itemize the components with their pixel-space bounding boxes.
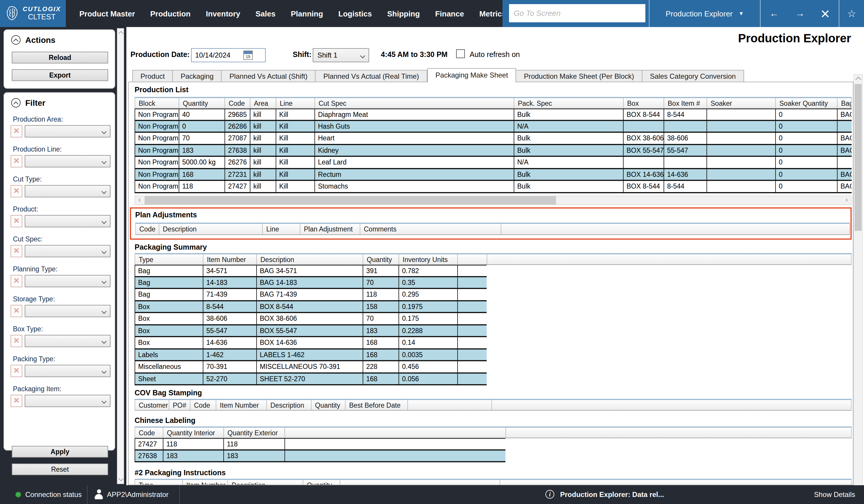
tab-planned-vs-actual-shift[interactable]: Planned Vs Actual (Shift) — [222, 70, 316, 82]
column-header-item-number[interactable]: Item Number — [216, 400, 267, 410]
menu-item-production[interactable]: Production — [143, 9, 198, 18]
filter-dropdown-cut-type[interactable] — [25, 185, 110, 197]
column-header-po[interactable]: PO# — [169, 400, 190, 410]
table-row[interactable]: Labels1-462LABELS 1-4621680.0035 — [135, 349, 487, 361]
column-header-quantity[interactable]: Quantity — [363, 254, 399, 265]
table-row[interactable]: Non Program7027087killKillHeartBulkBOX 3… — [135, 133, 852, 145]
vscrollbar-thumb[interactable] — [855, 84, 862, 231]
reset-button[interactable]: Reset — [12, 464, 108, 475]
production-list-hscrollbar[interactable]: ‹ › — [135, 196, 852, 205]
reload-button[interactable]: Reload — [12, 52, 108, 63]
column-header-description[interactable]: Description — [257, 254, 363, 265]
tab-product[interactable]: Product — [132, 70, 173, 82]
export-button[interactable]: Export — [12, 69, 108, 81]
column-header-code[interactable]: Code — [190, 400, 216, 410]
menu-item-shipping[interactable]: Shipping — [380, 9, 427, 18]
shift-dropdown[interactable]: Shift 1 — [313, 48, 369, 62]
column-header-quantity[interactable]: Quantity — [303, 480, 340, 485]
sidebar-scrollbar[interactable] — [117, 28, 124, 484]
calendar-icon[interactable]: 15 — [243, 50, 253, 60]
column-header-code[interactable]: Code — [225, 98, 250, 108]
menu-item-inventory[interactable]: Inventory — [199, 9, 248, 18]
column-header-soaker[interactable]: Soaker — [707, 98, 776, 108]
scroll-left-icon[interactable]: ‹ — [135, 196, 144, 205]
menu-item-planning[interactable]: Planning — [283, 9, 331, 18]
go-to-screen-input[interactable] — [509, 4, 645, 22]
table-row[interactable]: Non Program4029685killKillDiaphragm Meat… — [135, 109, 852, 121]
column-header-plan-adjustment[interactable]: Plan Adjustment — [300, 224, 360, 234]
collapse-filter-icon[interactable] — [11, 98, 21, 108]
production-list-grid[interactable]: BlockQuantityCodeAreaLineCut SpecPack. S… — [135, 97, 852, 193]
column-header-blank[interactable] — [458, 254, 487, 265]
clear-filter-button[interactable]: × — [11, 215, 22, 227]
collapse-actions-icon[interactable] — [11, 35, 21, 45]
cov-bag-stamping-grid[interactable]: CustomerPO#CodeItem NumberDescriptionQua… — [135, 399, 852, 410]
tab-packaging-make-sheet[interactable]: Packaging Make Sheet — [427, 68, 516, 82]
filter-dropdown-storage-type[interactable] — [25, 305, 110, 317]
show-details-link[interactable]: Show Details — [814, 491, 855, 499]
tab-sales-category-conversion[interactable]: Sales Category Conversion — [643, 70, 744, 82]
production-date-value[interactable] — [192, 51, 242, 59]
hscrollbar-thumb[interactable] — [145, 196, 556, 205]
clear-filter-button[interactable]: × — [11, 365, 22, 377]
packaging-summary-grid[interactable]: TypeItem NumberDescriptionQuantityInvent… — [135, 253, 852, 385]
table-row[interactable]: Box38-606BOX 38-606700.175 — [135, 313, 487, 325]
scroll-right-icon[interactable]: › — [842, 196, 851, 205]
column-header-blank[interactable] — [285, 428, 506, 438]
table-row[interactable]: Miscellaneous70-391MISCELLANEOUS 70-3912… — [135, 361, 487, 373]
menu-item-finance[interactable]: Finance — [428, 9, 472, 18]
tab-packaging[interactable]: Packaging — [173, 70, 222, 82]
plan-adjustments-grid[interactable]: CodeDescriptionLinePlan AdjustmentCommen… — [135, 223, 850, 235]
scroll-up-icon[interactable] — [855, 77, 861, 83]
column-header-customer[interactable]: Customer — [135, 400, 169, 410]
clear-filter-button[interactable]: × — [11, 335, 22, 347]
clear-filter-button[interactable]: × — [11, 275, 22, 287]
production-date-picker[interactable]: 15 — [191, 48, 266, 62]
filter-dropdown-production-line[interactable] — [25, 155, 110, 168]
column-header-item-number[interactable]: Item Number — [183, 480, 228, 485]
filter-dropdown-planning-type[interactable] — [25, 275, 110, 287]
table-row[interactable]: Non Program11827427killKillStomachsBulkB… — [135, 181, 852, 193]
column-header-comments[interactable]: Comments — [360, 224, 501, 234]
table-row[interactable]: Non Program5000.00 kg26276killKillLeaf L… — [135, 157, 852, 169]
column-header-line[interactable]: Line — [263, 224, 300, 234]
filter-dropdown-cut-spec[interactable] — [25, 245, 110, 257]
column-header-item-number[interactable]: Item Number — [203, 254, 257, 265]
back-arrow-button[interactable]: ← — [769, 8, 779, 19]
column-header-inventory-units[interactable]: Inventory Units — [399, 254, 458, 265]
table-row[interactable]: 27638183183 — [135, 450, 505, 462]
column-header-code[interactable]: Code — [136, 224, 159, 234]
table-row[interactable]: 27427118118 — [135, 438, 505, 450]
table-row[interactable]: Non Program18327638killKillKidneyBulkBOX… — [135, 145, 852, 157]
filter-dropdown-packaging-item[interactable] — [25, 395, 110, 407]
table-row[interactable]: Sheet52-270SHEET 52-2701680.056 — [135, 373, 487, 385]
column-header-code[interactable]: Code — [135, 428, 164, 438]
column-header-quantity[interactable]: Quantity — [179, 98, 225, 108]
table-row[interactable]: Non Program026286killKillHash GutsN/A0 — [135, 121, 852, 133]
chinese-labeling-grid[interactable]: CodeQuantity InteriorQuantity Exterior27… — [135, 427, 852, 462]
close-screen-button[interactable] — [821, 9, 829, 17]
favorite-star-button[interactable]: ☆ — [847, 7, 856, 20]
column-header-box[interactable]: Box — [624, 98, 664, 108]
table-row[interactable]: Bag34-571BAG 34-5713910.782 — [135, 265, 487, 277]
scroll-down-icon[interactable] — [118, 476, 123, 481]
filter-dropdown-box-type[interactable] — [25, 335, 110, 347]
table-row[interactable]: Non Program16827231killKillRectumBulkBOX… — [135, 169, 852, 181]
table-row[interactable]: Box14-636BOX 14-6361680.14 — [135, 337, 487, 349]
auto-refresh-checkbox[interactable] — [456, 49, 465, 58]
table-row[interactable]: Bag71-439BAG 71-4391180.295 — [135, 289, 487, 301]
column-header-quantity-exterior[interactable]: Quantity Exterior — [224, 428, 285, 438]
column-header-pack-spec[interactable]: Pack. Spec — [514, 98, 624, 108]
column-header-quantity-interior[interactable]: Quantity Interior — [164, 428, 224, 438]
column-header-soaker-quantity[interactable]: Soaker Quantity — [776, 98, 838, 108]
menu-item-logistics[interactable]: Logistics — [331, 9, 380, 18]
filter-dropdown-product[interactable] — [25, 215, 110, 227]
column-header-bag[interactable]: Bag — [838, 98, 852, 108]
menu-item-product-master[interactable]: Product Master — [72, 9, 143, 18]
table-row[interactable]: Bag14-183BAG 14-183700.35 — [135, 277, 487, 289]
column-header-type[interactable]: Type — [135, 480, 183, 485]
column-header-block[interactable]: Block — [135, 98, 179, 108]
column-header-description[interactable]: Description — [267, 400, 312, 410]
column-header-line[interactable]: Line — [276, 98, 315, 108]
clear-filter-button[interactable]: × — [11, 395, 22, 407]
